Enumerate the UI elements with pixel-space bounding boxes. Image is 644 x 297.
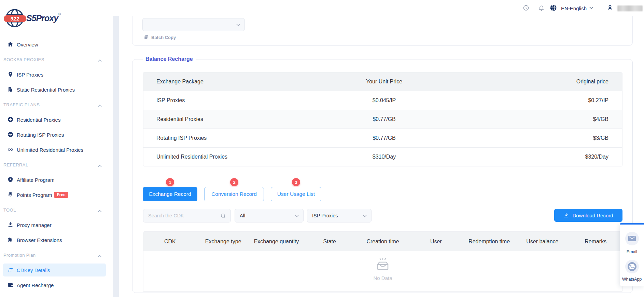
sidebar-item-residential-proxies[interactable]: Residential Proxies (0, 112, 113, 127)
sidebar-item-cdkey-details[interactable]: CDKey Details (0, 262, 113, 278)
sidebar-section-referral[interactable]: REFERRAL (0, 157, 113, 172)
infinity-icon (8, 147, 14, 153)
brand-logo[interactable]: 922 S5Proxy ® (5, 8, 61, 28)
globe-logo-icon: 922 (5, 9, 24, 28)
pricing-row: Rotating ISP Proxies$0.77/GB$3/GB (143, 129, 622, 147)
shield-icon (8, 177, 14, 183)
coins-icon (8, 192, 14, 198)
tab-conversion-record[interactable]: Conversion Record (204, 187, 264, 201)
whatsapp-label: WhatsApp (620, 277, 644, 282)
record-column-header: Creation time (356, 232, 409, 251)
building-icon (8, 86, 14, 93)
record-column-header: Exchange quantity (250, 232, 303, 251)
puzzle-icon (8, 237, 14, 243)
cdk-search-input[interactable] (143, 209, 230, 222)
chevron-down-icon (363, 213, 367, 218)
language-globe-icon[interactable] (550, 4, 557, 12)
record-column-header: Remarks (569, 232, 622, 251)
record-column-header: User balance (516, 232, 569, 251)
copy-icon (144, 35, 149, 40)
brand-name: S5Proxy (26, 13, 58, 23)
record-column-header: Exchange type (197, 232, 250, 251)
step-badge-3: 3 (292, 178, 300, 186)
download-icon (8, 222, 14, 228)
sidebar-item-affiliate-program[interactable]: Affiliate Program (0, 172, 113, 187)
sidebar-item-agent-recharge[interactable]: Agent Recharge (0, 278, 113, 293)
whatsapp-icon (628, 262, 636, 271)
product-filter-select[interactable]: ISP Proxies (307, 209, 372, 222)
notification-bell-icon[interactable] (538, 5, 545, 11)
contact-panel: Email WhatsApp (620, 223, 644, 286)
sidebar-nav: OverviewSOCKS5 PROXIESISP ProxiesStatic … (0, 37, 113, 293)
sidebar-section-traffic-plans[interactable]: TRAFFIC PLANS (0, 97, 113, 112)
record-table: CDKExchange typeExchange quantityStateCr… (143, 231, 622, 292)
pricing-header-row: Exchange PackageYour Unit PriceOriginal … (143, 72, 622, 91)
sidebar-item-unlimited-residential-proxies[interactable]: Unlimited Residential Proxies (0, 142, 113, 157)
language-selector[interactable]: EN-English (561, 5, 587, 11)
sidebar-section-promotion-plan[interactable]: Promotion Plan (0, 247, 113, 262)
balance-recharge-legend: Balance Recharge (143, 56, 196, 62)
history-icon[interactable] (523, 5, 529, 11)
chevron-up-icon (98, 253, 102, 259)
pin-icon (8, 71, 14, 78)
brand-number: 922 (4, 15, 26, 22)
email-label: Email (620, 249, 644, 254)
empty-state: No Data (143, 257, 622, 281)
chevron-up-icon (98, 103, 102, 109)
sidebar-item-static-residential-proxies[interactable]: Static Residential Proxies (0, 82, 113, 97)
record-column-header: CDK (143, 232, 197, 251)
chevron-down-icon (295, 213, 299, 218)
email-contact-button[interactable] (625, 232, 639, 245)
sidebar-item-overview[interactable]: Overview (0, 37, 113, 52)
step-badge-1: 1 (166, 178, 174, 186)
batch-copy-button[interactable]: Batch Copy (144, 35, 176, 40)
download-record-button[interactable]: Download Record (554, 209, 622, 222)
email-icon (628, 236, 636, 241)
tab-user-usage-list[interactable]: User Usage List (271, 187, 321, 201)
sidebar-item-isp-proxies[interactable]: ISP Proxies (0, 67, 113, 82)
top-header: EN-English (113, 0, 644, 16)
sidebar-item-points-program[interactable]: Points ProgramFree (0, 187, 113, 202)
globe-arrow-icon (8, 117, 14, 123)
sidebar-item-proxy-manager[interactable]: Proxy manager (0, 217, 113, 232)
chevron-up-icon (98, 57, 102, 64)
registered-mark: ® (58, 12, 61, 16)
contact-panel-accent (620, 223, 644, 225)
sidebar: 922 S5Proxy ® OverviewSOCKS5 PROXIESISP … (0, 0, 113, 297)
content-scrollbar[interactable] (113, 16, 119, 297)
pricing-table: Exchange PackageYour Unit PriceOriginal … (143, 72, 622, 166)
no-data-icon (375, 257, 391, 272)
cdkey-batch-select[interactable] (142, 18, 245, 31)
record-table-body: No Data (143, 251, 622, 291)
sidebar-section-tool[interactable]: TOOL (0, 202, 113, 217)
record-column-header: Redemption time (463, 232, 516, 251)
whatsapp-contact-button[interactable] (625, 260, 639, 273)
chevron-up-icon (98, 208, 102, 214)
pricing-row: ISP Proxies$0.045/IP$0.27/IP (143, 91, 622, 110)
user-profile-icon[interactable] (607, 5, 613, 11)
state-filter-select[interactable]: All (235, 209, 304, 222)
cdk-search-field[interactable] (143, 209, 231, 222)
sidebar-item-browser-extensions[interactable]: Browser Extensions (0, 232, 113, 247)
chevron-down-icon[interactable] (589, 6, 593, 9)
chevron-up-icon (98, 163, 102, 169)
pulse-icon (8, 132, 14, 138)
redacted-username[interactable] (617, 5, 643, 11)
chevron-down-icon (236, 22, 240, 27)
sidebar-item-rotating-isp-proxies[interactable]: Rotating ISP Proxies (0, 127, 113, 142)
step-badge-2: 2 (230, 178, 238, 186)
tab-exchange-record[interactable]: Exchange Record (143, 187, 197, 201)
balance-recharge-card: Balance Recharge Exchange PackageYour Un… (132, 59, 633, 293)
free-badge: Free (54, 192, 68, 198)
sidebar-section-socks5-proxies[interactable]: SOCKS5 PROXIES (0, 52, 113, 67)
home-icon (8, 41, 14, 48)
pricing-row: Unlimited Residential Proxies$310/Day$32… (143, 147, 622, 166)
swap-icon (8, 267, 14, 273)
cdkey-batch-card: Batch Copy (132, 16, 633, 46)
search-icon (221, 213, 226, 220)
record-column-header: User (409, 232, 463, 251)
record-column-header: State (303, 232, 356, 251)
wallet-icon (8, 282, 14, 288)
pricing-row: Residential Proxies$0.77/GB$4/GB (143, 110, 622, 129)
download-icon (563, 213, 569, 218)
